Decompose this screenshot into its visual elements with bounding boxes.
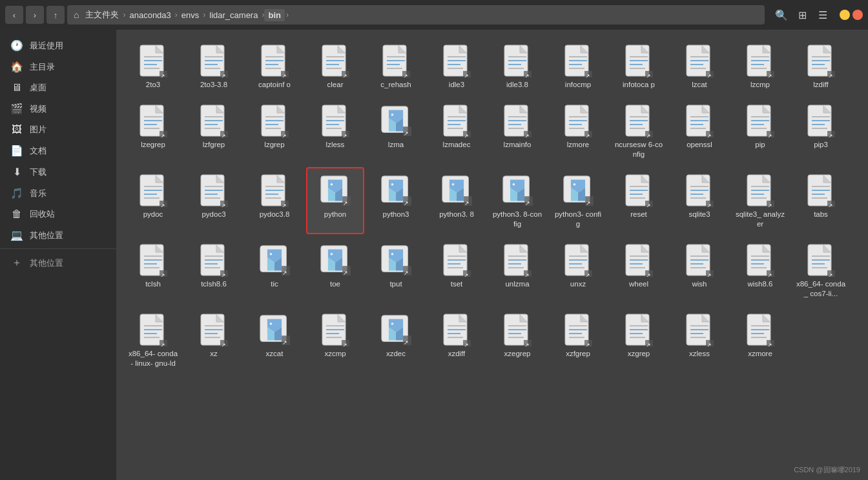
file-item-tic[interactable]: ↗ tic — [245, 237, 304, 304]
file-item-xz[interactable]: ↗ xz — [185, 306, 243, 374]
file-item-tclsh[interactable]: ↗ tclsh — [124, 237, 182, 304]
file-item-2to3_3_8[interactable]: ↗ 2to3-3.8 — [185, 37, 243, 95]
close-button[interactable] — [852, 10, 863, 20]
sidebar-item-3[interactable]: 🎬视频 — [0, 98, 116, 119]
file-name-6: idle3.8 — [506, 80, 528, 90]
file-item-pydoc3[interactable]: ↗ pydoc3 — [185, 167, 243, 234]
up-button[interactable]: ↑ — [46, 6, 65, 24]
file-item-lzcat[interactable]: ↗ lzcat — [670, 37, 728, 95]
svg-text:↗: ↗ — [525, 200, 530, 206]
file-item-xzfgrep[interactable]: ↗ xzfgrep — [549, 306, 607, 374]
svg-text:↗: ↗ — [221, 133, 226, 137]
file-item-python3__config[interactable]: ↗ python3- config — [549, 167, 607, 234]
file-item-lzcmp[interactable]: ↗ lzcmp — [731, 37, 789, 95]
file-item-tput[interactable]: ↗ tput — [367, 237, 425, 304]
file-item-captoinf_o[interactable]: ↗ captoinf o — [245, 37, 304, 95]
file-item-idle3_8[interactable]: ↗ idle3.8 — [488, 37, 546, 95]
file-item-pip[interactable]: ↗ pip — [731, 97, 789, 165]
file-item-lzmadec[interactable]: ↗ lzmadec — [428, 97, 486, 165]
file-item-infotoca_p[interactable]: ↗ infotoca p — [610, 37, 668, 95]
file-item-xzdiff[interactable]: ↗ xzdiff — [428, 306, 486, 374]
file-item-idle3[interactable]: ↗ idle3 — [428, 37, 486, 95]
breadcrumb-home-label[interactable]: 主文件夹 — [81, 8, 123, 22]
file-item-wish[interactable]: ↗ wish — [670, 237, 728, 304]
file-item-lzgrep[interactable]: ↗ lzgrep — [245, 97, 304, 165]
sidebar-item-1[interactable]: 🏠主目录 — [0, 56, 116, 77]
file-item-xzmore[interactable]: ↗ xzmore — [731, 306, 789, 374]
breadcrumb-envs[interactable]: envs — [178, 9, 203, 21]
file-item-lzfgrep[interactable]: ↗ lzfgrep — [185, 97, 243, 165]
file-item-openssl[interactable]: ↗ openssl — [670, 97, 728, 165]
list-view-button[interactable]: ☰ — [814, 6, 832, 24]
file-item-x86_64__conda__linux__gnu_ld[interactable]: ↗ x86_64- conda- linux- gnu-ld — [124, 306, 182, 374]
file-name-28: python3 — [383, 210, 409, 219]
file-item-lzma[interactable]: ↗ lzma — [367, 97, 425, 165]
file-name-33: sqlite3 — [688, 210, 710, 219]
file-item-infocmp[interactable]: ↗ infocmp — [549, 37, 607, 95]
file-item-lzmore[interactable]: ↗ lzmore — [549, 97, 607, 165]
file-item-sqlite3[interactable]: ↗ sqlite3 — [670, 167, 728, 234]
file-item-pip3[interactable]: ↗ pip3 — [792, 97, 850, 165]
file-item-unxz[interactable]: ↗ unxz — [549, 237, 607, 304]
file-item-wheel[interactable]: ↗ wheel — [610, 237, 668, 304]
file-item-xzgrep[interactable]: ↗ xzgrep — [610, 306, 668, 374]
file-icon-6: ↗ — [501, 44, 534, 77]
sidebar-item-7[interactable]: 🎵音乐 — [0, 183, 116, 204]
breadcrumb: ⌂ 主文件夹 › anaconda3 › envs › lidar_camera… — [67, 5, 765, 25]
breadcrumb-bin[interactable]: bin — [264, 9, 285, 21]
file-name-2: captoinf o — [258, 80, 291, 90]
file-item-lzegrep[interactable]: ↗ lzegrep — [124, 97, 182, 165]
file-item-pydoc3_8[interactable]: ↗ pydoc3.8 — [245, 167, 304, 234]
sidebar-item-2[interactable]: 🖥桌面 — [0, 77, 116, 98]
breadcrumb-anaconda3[interactable]: anaconda3 — [125, 9, 174, 21]
sidebar-item-9[interactable]: 💻其他位置 — [0, 225, 116, 246]
file-item-lzless[interactable]: ↗ lzless — [306, 97, 364, 165]
file-item-python3[interactable]: ↗ python3 — [367, 167, 425, 234]
file-item-xzcmp[interactable]: ↗ xzcmp — [306, 306, 364, 374]
svg-text:↗: ↗ — [160, 73, 165, 77]
breadcrumb-lidar[interactable]: lidar_camera — [205, 9, 262, 21]
file-item-unlzma[interactable]: ↗ unlzma — [488, 237, 546, 304]
file-item-sqlite3__analyzer[interactable]: ↗ sqlite3_ analyzer — [731, 167, 789, 234]
back-button[interactable]: ‹ — [5, 6, 23, 24]
file-item-lzmainfo[interactable]: ↗ lzmainfo — [488, 97, 546, 165]
file-name-16: lzma — [388, 140, 404, 150]
file-item-lzdiff[interactable]: ↗ lzdiff — [792, 37, 850, 95]
sidebar-item-4[interactable]: 🖼图片 — [0, 119, 116, 140]
breadcrumb-more[interactable]: › — [286, 10, 289, 19]
file-item-clear[interactable]: ↗ clear — [306, 37, 364, 95]
file-item-ncursesw_6_config[interactable]: ↗ ncursesw 6-config — [610, 97, 668, 165]
file-item-xzcat[interactable]: ↗ xzcat — [245, 306, 304, 374]
file-item-c_rehash[interactable]: ↗ c_rehash — [367, 37, 425, 95]
file-icon-7: ↗ — [561, 44, 595, 77]
minimize-button[interactable] — [840, 10, 850, 20]
file-item-pydoc[interactable]: ↗ pydoc — [124, 167, 182, 234]
file-item-python3__8_config[interactable]: ↗ python3. 8-config — [488, 167, 546, 234]
grid-view-button[interactable]: ⊞ — [793, 6, 811, 24]
sidebar-item-5[interactable]: 📄文档 — [0, 140, 116, 161]
file-item-python3__8[interactable]: ↗ python3. 8 — [428, 167, 486, 234]
file-icon-57: ↗ — [683, 313, 716, 346]
file-item-tset[interactable]: ↗ tset — [428, 237, 486, 304]
search-button[interactable]: 🔍 — [772, 6, 790, 24]
file-item-tabs[interactable]: ↗ tabs — [792, 167, 850, 234]
file-item-wish8_6[interactable]: ↗ wish8.6 — [731, 237, 789, 304]
file-item-tclsh8_6[interactable]: ↗ tclsh8.6 — [185, 237, 243, 304]
file-item-xzegrep[interactable]: ↗ xzegrep — [488, 306, 546, 374]
sidebar-add-button[interactable]: ＋ 其他位置 — [0, 252, 116, 274]
sidebar-item-6[interactable]: ⬇下载 — [0, 161, 116, 183]
file-item-reset[interactable]: ↗ reset — [610, 167, 668, 234]
sidebar-item-8[interactable]: 🗑回收站 — [0, 204, 116, 225]
svg-point-278 — [391, 183, 394, 186]
file-item-xzdec[interactable]: ↗ xzdec — [367, 306, 425, 374]
file-item-toe[interactable]: ↗ toe — [306, 237, 364, 304]
file-item-x86_64__conda__cos7_li___[interactable]: ↗ x86_64- conda_ cos7-li... — [792, 237, 850, 304]
file-item-2to3[interactable]: ↗ 2to3 — [124, 37, 182, 95]
forward-button[interactable]: › — [26, 6, 44, 24]
file-item-xzless[interactable]: ↗ xzless — [670, 306, 728, 374]
svg-text:↗: ↗ — [585, 342, 590, 346]
file-name-29: python3. 8 — [439, 210, 474, 219]
sidebar-item-0[interactable]: 🕐最近使用 — [0, 35, 116, 56]
file-item-python[interactable]: ↗ python — [306, 167, 364, 234]
file-icon-3: ↗ — [318, 44, 352, 77]
